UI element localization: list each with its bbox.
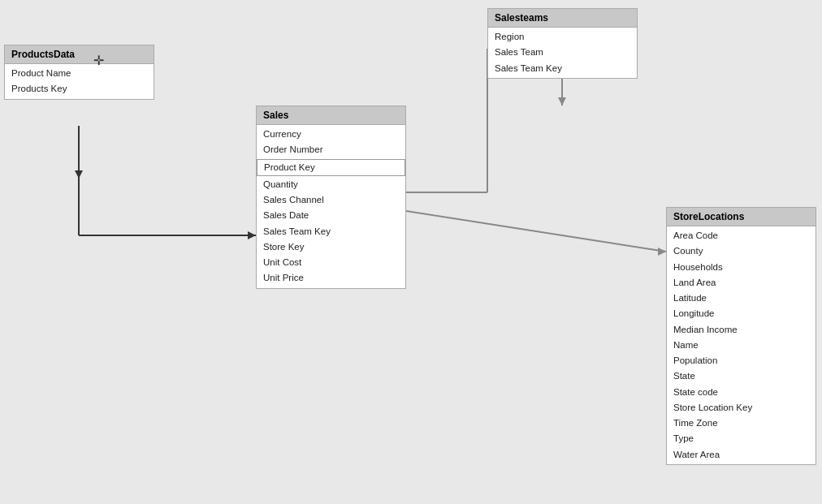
products-data-table[interactable]: ProductsData Product Name Products Key <box>4 45 154 100</box>
table-row-product-key: Product Key <box>257 159 405 176</box>
svg-line-11 <box>406 211 666 252</box>
sales-body: Currency Order Number Product Key Quanti… <box>257 125 405 288</box>
svg-marker-2 <box>248 231 256 239</box>
store-locations-body: Area Code County Households Land Area La… <box>667 226 816 464</box>
table-row: Product Name <box>5 66 154 81</box>
table-row: Land Area <box>667 275 816 291</box>
products-data-header: ProductsData <box>5 45 154 64</box>
table-row: Water Area <box>667 447 816 463</box>
table-row: Sales Team <box>488 45 637 60</box>
table-row: Quantity <box>257 177 405 192</box>
svg-marker-14 <box>658 248 666 256</box>
svg-marker-10 <box>558 97 566 106</box>
salesteams-table[interactable]: Salesteams Region Sales Team Sales Team … <box>487 8 638 79</box>
table-row: State code <box>667 385 816 400</box>
table-row: Sales Channel <box>257 192 405 208</box>
salesteams-body: Region Sales Team Sales Team Key <box>488 28 637 78</box>
table-row: Currency <box>257 127 405 142</box>
table-row: Products Key <box>5 81 154 97</box>
diagram-canvas: ProductsData Product Name Products Key ✛… <box>0 0 822 504</box>
svg-marker-3 <box>75 170 83 179</box>
sales-table[interactable]: Sales Currency Order Number Product Key … <box>256 106 406 289</box>
table-row: Region <box>488 29 637 45</box>
table-row: Store Location Key <box>667 400 816 416</box>
table-row: Sales Team Key <box>257 224 405 239</box>
sales-header: Sales <box>257 106 405 125</box>
table-row: Sales Date <box>257 208 405 223</box>
table-row: Households <box>667 260 816 275</box>
table-row: State <box>667 368 816 384</box>
table-row: Unit Price <box>257 270 405 286</box>
table-row: Population <box>667 353 816 368</box>
products-data-body: Product Name Products Key <box>5 64 154 99</box>
store-locations-header: StoreLocations <box>667 208 816 226</box>
table-row: Latitude <box>667 291 816 306</box>
table-row: Time Zone <box>667 416 816 431</box>
store-locations-table[interactable]: StoreLocations Area Code County Househol… <box>666 207 816 465</box>
table-row: Store Key <box>257 239 405 255</box>
table-row: County <box>667 243 816 259</box>
table-row: Longitude <box>667 306 816 321</box>
table-row: Type <box>667 431 816 446</box>
table-row: Area Code <box>667 228 816 243</box>
table-row: Unit Cost <box>257 255 405 270</box>
salesteams-header: Salesteams <box>488 9 637 28</box>
table-row: Sales Team Key <box>488 61 637 76</box>
table-row: Name <box>667 338 816 353</box>
table-row: Order Number <box>257 142 405 157</box>
table-row: Median Income <box>667 322 816 338</box>
